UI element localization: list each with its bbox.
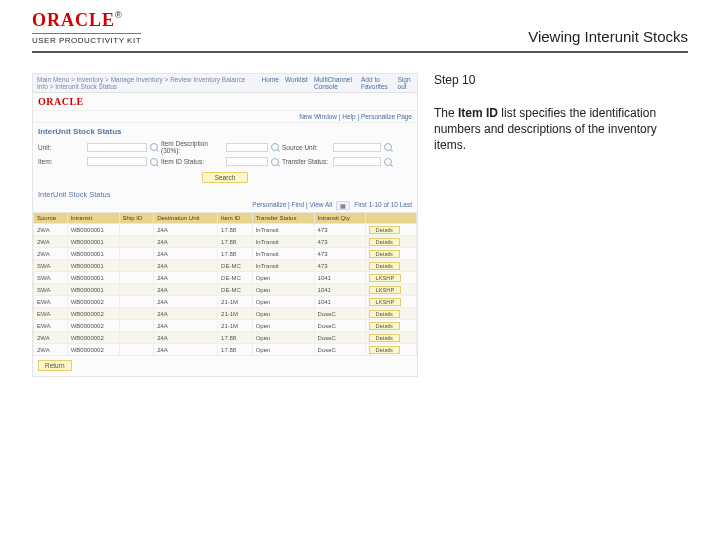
lookup-icon[interactable] [150, 143, 158, 151]
brand-word: ORACLE [32, 10, 115, 30]
table-cell [119, 332, 154, 344]
grid-icon[interactable]: ▦ [336, 201, 350, 210]
row-details-button[interactable]: LKSHP [369, 286, 402, 294]
global-nav-links: Home Worklist MultiChannel Console Add t… [262, 76, 413, 90]
row-details-button[interactable]: Details [369, 226, 400, 234]
grid-page-info[interactable]: First 1-10 of 10 Last [354, 201, 412, 210]
col-qty[interactable]: Intransit Qty [314, 213, 365, 224]
step-body-before: The [434, 106, 458, 120]
filter-desc-input[interactable] [226, 143, 268, 152]
table-cell: Open [252, 272, 314, 284]
table-cell [119, 320, 154, 332]
filter-item-input[interactable] [87, 157, 147, 166]
nav-home[interactable]: Home [262, 76, 279, 90]
table-cell [119, 236, 154, 248]
breadcrumb[interactable]: Main Menu > Inventory > Manage Inventory… [37, 76, 258, 90]
table-cell: 17.88 [218, 248, 253, 260]
row-details-button[interactable]: LKSHP [369, 274, 402, 282]
product-subtitle: USER PRODUCTIVITY KIT [32, 33, 141, 45]
table-cell: 24A [154, 344, 218, 356]
table-cell: Open [252, 296, 314, 308]
results-title: InterUnit Stock Status [33, 187, 417, 201]
app-brand-row: ORACLE [33, 93, 417, 111]
filter-transfer-input[interactable] [333, 157, 381, 166]
table-cell: 24A [154, 332, 218, 344]
table-cell: 21-1M [218, 308, 253, 320]
grid-personalize-link[interactable]: Personalize | Find | View All [252, 201, 332, 210]
table-cell: DoseC [314, 308, 365, 320]
page-header: ORACLE® USER PRODUCTIVITY KIT Viewing In… [0, 0, 720, 51]
breadcrumb-bar: Main Menu > Inventory > Manage Inventory… [33, 74, 417, 93]
table-cell: Open [252, 344, 314, 356]
table-cell: 17.88 [218, 344, 253, 356]
table-cell: 24A [154, 272, 218, 284]
table-cell [119, 272, 154, 284]
nav-favorites[interactable]: Add to Favorites [361, 76, 392, 90]
table-cell: 24A [154, 224, 218, 236]
nav-worklist[interactable]: Worklist [285, 76, 308, 90]
lookup-icon[interactable] [384, 143, 392, 151]
lookup-icon[interactable] [150, 158, 158, 166]
row-details-button[interactable]: Details [369, 238, 400, 246]
instruction-panel: Step 10 The Item ID list specifies the i… [434, 73, 688, 377]
table-cell [119, 248, 154, 260]
table-cell: 2WA [34, 248, 68, 260]
col-shipid[interactable]: Ship ID [119, 213, 154, 224]
table-cell: 473 [314, 248, 365, 260]
nav-mcc[interactable]: MultiChannel Console [314, 76, 355, 90]
lookup-icon[interactable] [271, 158, 279, 166]
table-cell: 2WA [34, 332, 68, 344]
col-source[interactable]: Source [34, 213, 68, 224]
grid-toolbar: Personalize | Find | View All ▦ First 1-… [33, 201, 417, 212]
table-cell: EWA [34, 308, 68, 320]
row-details-button[interactable]: Details [369, 346, 400, 354]
return-button[interactable]: Return [38, 360, 72, 371]
table-cell: 1041 [314, 284, 365, 296]
page-actions[interactable]: New Window | Help | Personalize Page [33, 111, 417, 123]
table-cell: LKSHP [365, 284, 416, 296]
col-itemid[interactable]: Item ID [218, 213, 253, 224]
lookup-icon[interactable] [384, 158, 392, 166]
table-cell: EWA [34, 296, 68, 308]
table-cell: 17.88 [218, 332, 253, 344]
table-cell [119, 344, 154, 356]
col-intransit[interactable]: Intransit [67, 213, 119, 224]
table-cell: WB0000002 [67, 296, 119, 308]
row-details-button[interactable]: Details [369, 310, 400, 318]
search-button[interactable]: Search [202, 172, 249, 183]
table-cell: 24A [154, 284, 218, 296]
filter-source-input[interactable] [333, 143, 381, 152]
table-cell: 2WA [34, 344, 68, 356]
table-cell: DoseC [314, 344, 365, 356]
nav-signout[interactable]: Sign out [398, 76, 413, 90]
table-cell [119, 296, 154, 308]
table-cell: 21-1M [218, 296, 253, 308]
table-cell: Details [365, 224, 416, 236]
logo-block: ORACLE® USER PRODUCTIVITY KIT [32, 10, 141, 45]
table-cell: InTransit [252, 224, 314, 236]
filter-item-label: Item: [38, 158, 84, 165]
table-cell: 2WA [34, 224, 68, 236]
filter-unit-input[interactable] [87, 143, 147, 152]
results-table: Source Intransit Ship ID Destination Uni… [33, 212, 417, 356]
table-cell: WB0000001 [67, 284, 119, 296]
table-cell: WB0000001 [67, 272, 119, 284]
table-cell: 24A [154, 320, 218, 332]
col-transfer[interactable]: Transfer Status [252, 213, 314, 224]
table-cell: WB0000002 [67, 332, 119, 344]
row-details-button[interactable]: Details [369, 250, 400, 258]
table-cell: DoseC [314, 320, 365, 332]
row-details-button[interactable]: LKSHP [369, 298, 402, 306]
row-details-button[interactable]: Details [369, 334, 400, 342]
row-details-button[interactable]: Details [369, 262, 400, 270]
col-dest[interactable]: Destination Unit [154, 213, 218, 224]
row-details-button[interactable]: Details [369, 322, 400, 330]
table-row: 2WAWB000000124A17.88InTransit473Details [34, 248, 417, 260]
lookup-icon[interactable] [271, 143, 279, 151]
table-cell: DE-MC [218, 284, 253, 296]
section-title: InterUnit Stock Status [33, 123, 417, 138]
table-cell: WB0000002 [67, 344, 119, 356]
table-cell: 21-1M [218, 320, 253, 332]
table-cell: WB0000002 [67, 308, 119, 320]
filter-status-input[interactable] [226, 157, 268, 166]
